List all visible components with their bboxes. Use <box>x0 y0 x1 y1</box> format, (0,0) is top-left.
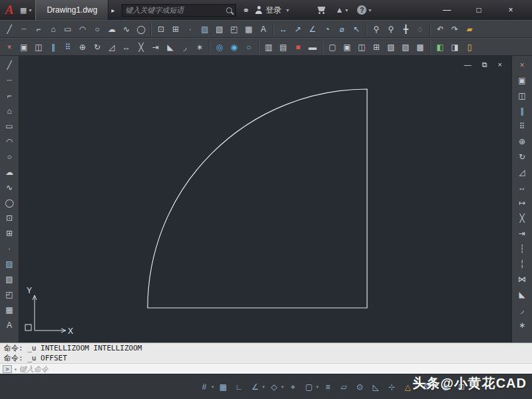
stretch-icon[interactable]: ↔ <box>515 180 529 195</box>
viewport-close-icon[interactable]: × <box>498 61 502 69</box>
table-icon[interactable]: ▦ <box>2 303 17 317</box>
chevron-down-icon[interactable]: ▾ <box>317 384 319 390</box>
dim-linear-icon[interactable]: ↔ <box>276 22 291 37</box>
construction-line-icon[interactable]: ┈ <box>2 73 17 88</box>
dim-angular-icon[interactable]: ∠ <box>305 22 320 37</box>
multiline-text-icon[interactable]: A <box>256 22 271 37</box>
array-icon[interactable]: ⠿ <box>61 40 75 55</box>
table-icon[interactable]: ▦ <box>241 22 256 37</box>
dim-aligned-icon[interactable]: ↗ <box>291 22 305 37</box>
dynamic-input-icon[interactable]: ⊹ <box>385 380 398 394</box>
command-prompt-icon[interactable]: > <box>3 365 12 373</box>
isometric-drafting-icon[interactable]: ◇ <box>267 380 281 394</box>
explode-icon[interactable]: ∗ <box>515 318 529 332</box>
object-snap-tracking-icon[interactable]: ⌖ <box>287 380 300 394</box>
line-icon[interactable]: ╱ <box>2 58 17 72</box>
help-button[interactable]: ? ▾ <box>357 5 371 15</box>
viewports-four-icon[interactable]: ⊞ <box>369 40 384 55</box>
snap-mode-icon[interactable]: # <box>198 380 211 394</box>
erase-icon[interactable]: × <box>515 58 529 72</box>
search-icon[interactable] <box>226 7 232 13</box>
join-icon[interactable]: ⋈ <box>515 272 529 287</box>
mirror-icon[interactable]: ◫ <box>515 88 529 103</box>
offset-icon[interactable]: ∥ <box>46 40 61 55</box>
lengthen-icon[interactable]: ↦ <box>515 196 529 210</box>
multileader-icon[interactable]: ↖ <box>349 22 364 37</box>
viewports-two-icon[interactable]: ◫ <box>354 40 369 55</box>
polygon-icon[interactable]: ⌂ <box>2 104 17 118</box>
command-line-panel[interactable]: 命令: _u INTELLIZOOM INTELLIZOOM命令: _u OFF… <box>0 342 532 374</box>
offset-icon[interactable]: ∥ <box>515 104 529 118</box>
redo-icon[interactable]: ↷ <box>448 22 462 37</box>
point-icon[interactable]: ∙ <box>2 241 17 256</box>
polyline-icon[interactable]: ⌐ <box>31 22 46 37</box>
gradient-icon[interactable]: ▧ <box>2 272 17 287</box>
rectangle-icon[interactable]: ▭ <box>61 22 75 37</box>
spline-icon[interactable]: ∿ <box>2 180 17 195</box>
drawing-quarter-pie-shape[interactable] <box>148 89 367 308</box>
chevron-down-icon[interactable]: ▾ <box>263 384 265 390</box>
viewport-minimize-icon[interactable]: — <box>464 61 471 69</box>
linetype-control-icon[interactable]: ▬ <box>305 40 320 55</box>
workspace-icon[interactable]: ▦ <box>20 6 27 15</box>
dynamic-ucs-icon[interactable]: ◺ <box>369 380 382 394</box>
chevron-down-icon[interactable]: ▾ <box>29 7 31 13</box>
move-icon[interactable]: ⊕ <box>75 40 90 55</box>
line-icon[interactable]: ╱ <box>2 22 17 37</box>
ellipse-icon[interactable]: ◯ <box>2 196 17 210</box>
app-store-cart-icon[interactable] <box>317 6 326 14</box>
chevron-down-icon[interactable]: ▾ <box>14 366 17 372</box>
chamfer-icon[interactable]: ◣ <box>515 287 529 302</box>
close-button[interactable]: × <box>495 5 527 15</box>
maximize-button[interactable]: □ <box>463 5 495 15</box>
search-input[interactable] <box>126 6 226 14</box>
trim-icon[interactable]: ╳ <box>134 40 148 55</box>
chevron-down-icon[interactable]: ▾ <box>281 384 284 390</box>
fillet-icon[interactable]: ◞ <box>178 40 192 55</box>
lineweight-icon[interactable]: ≡ <box>321 380 334 394</box>
construction-line-icon[interactable]: ┈ <box>17 22 31 37</box>
trim-icon[interactable]: ╳ <box>515 211 529 225</box>
multiline-text-icon[interactable]: A <box>2 318 17 332</box>
zoom-previous-icon[interactable]: ◌ <box>413 22 428 37</box>
insert-block-icon[interactable]: ⊡ <box>154 22 168 37</box>
model-space-canvas[interactable]: Y X —⧉× <box>19 56 512 342</box>
command-input[interactable] <box>19 365 532 374</box>
fillet-icon[interactable]: ◞ <box>515 303 529 317</box>
zoom-realtime-icon[interactable]: ⚲ <box>369 22 384 37</box>
revision-cloud-icon[interactable]: ☁ <box>2 165 17 180</box>
ellipse-icon[interactable]: ◯ <box>134 22 148 37</box>
filled-circle-icon[interactable]: ◉ <box>227 40 241 55</box>
region-icon[interactable]: ◰ <box>2 287 17 302</box>
layer-properties-icon[interactable]: ▥ <box>261 40 276 55</box>
insert-block-icon[interactable]: ⊡ <box>2 211 17 225</box>
properties-palette-icon[interactable]: ◧ <box>433 40 448 55</box>
minimize-button[interactable]: — <box>431 5 463 15</box>
dim-diameter-icon[interactable]: ⌀ <box>334 22 349 37</box>
explode-icon[interactable]: ∗ <box>192 40 207 55</box>
object-snap-icon[interactable]: ▢ <box>303 380 316 394</box>
match-properties-icon[interactable]: ▰ <box>462 22 477 37</box>
circle-icon[interactable]: ○ <box>90 22 104 37</box>
binoculars-icon[interactable]: ⚭ <box>243 5 250 15</box>
rectangle-icon[interactable]: ▭ <box>2 119 17 134</box>
application-menu-button[interactable]: A <box>0 0 19 20</box>
dim-radius-icon[interactable]: ◔ <box>320 22 334 37</box>
named-views-icon[interactable]: ▢ <box>325 40 340 55</box>
gradient-icon[interactable]: ▧ <box>212 22 227 37</box>
extend-icon[interactable]: ⇥ <box>148 40 163 55</box>
create-block-icon[interactable]: ⊞ <box>2 226 17 241</box>
file-tab-overflow-icon[interactable]: ▸ <box>111 7 114 14</box>
rotate-icon[interactable]: ↻ <box>515 150 529 164</box>
extend-icon[interactable]: ⇥ <box>515 226 529 241</box>
chevron-down-icon[interactable]: ▾ <box>211 384 214 390</box>
sign-in-button[interactable]: 登录 ▾ <box>255 5 289 16</box>
exchange-apps-button[interactable]: ▲ ▾ <box>335 5 348 15</box>
viewport-restore-icon[interactable]: ⧉ <box>482 61 487 69</box>
array-icon[interactable]: ⠿ <box>515 119 529 134</box>
rotate-icon[interactable]: ↻ <box>90 40 104 55</box>
mirror-icon[interactable]: ◫ <box>31 40 46 55</box>
tool-palettes-icon[interactable]: ▯ <box>462 40 477 55</box>
design-center-icon[interactable]: ◨ <box>448 40 462 55</box>
create-block-icon[interactable]: ⊞ <box>168 22 183 37</box>
